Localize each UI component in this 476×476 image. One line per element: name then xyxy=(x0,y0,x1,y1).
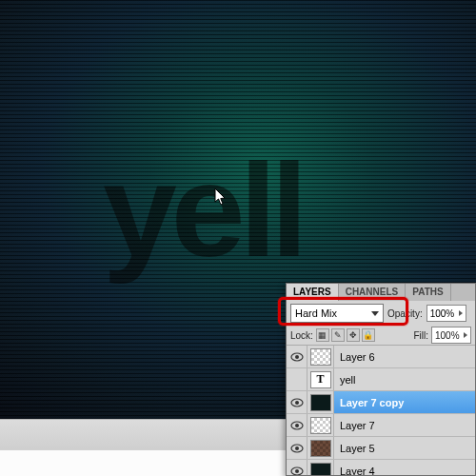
svg-point-1 xyxy=(295,355,299,359)
layer-name[interactable]: yell xyxy=(334,374,475,386)
layer-name[interactable]: Layer 7 xyxy=(334,420,475,431)
layer-row[interactable]: Layer 5 xyxy=(287,437,475,460)
eye-icon xyxy=(290,352,304,362)
layer-row[interactable]: Layer 6 xyxy=(287,346,475,368)
lock-pixels-icon[interactable]: ✎ xyxy=(331,328,345,342)
text-layer-icon: T xyxy=(310,371,331,388)
fill-field[interactable]: 100% xyxy=(431,327,471,344)
layer-thumbnail[interactable] xyxy=(307,346,334,367)
visibility-toggle[interactable] xyxy=(287,346,307,367)
visibility-toggle[interactable] xyxy=(287,368,307,390)
layer-row[interactable]: Layer 4 xyxy=(287,460,475,475)
lock-label: Lock: xyxy=(290,330,313,341)
visibility-toggle[interactable] xyxy=(287,460,307,475)
chevron-right-icon xyxy=(464,332,467,338)
svg-point-3 xyxy=(295,401,299,405)
eye-icon xyxy=(290,421,304,430)
annotation-highlight xyxy=(278,297,408,326)
visibility-toggle[interactable] xyxy=(287,414,307,436)
eye-icon xyxy=(290,444,304,453)
layer-thumbnail[interactable] xyxy=(307,391,334,413)
chevron-right-icon xyxy=(459,310,463,316)
visibility-toggle[interactable] xyxy=(287,437,307,459)
layer-thumbnail[interactable] xyxy=(307,437,334,459)
lock-icon-group: ▦ ✎ ✥ 🔒 xyxy=(316,328,375,342)
layer-thumbnail[interactable] xyxy=(307,414,334,436)
layer-thumbnail[interactable] xyxy=(307,460,334,475)
layer-name[interactable]: Layer 7 copy xyxy=(334,397,475,408)
opacity-value: 100% xyxy=(430,308,455,319)
eye-icon xyxy=(290,466,304,476)
layer-list: Layer 6 T yell Layer 7 copy Layer 7 xyxy=(287,345,475,475)
layer-name[interactable]: Layer 5 xyxy=(334,443,475,454)
opacity-field[interactable]: 100% xyxy=(426,305,466,322)
fill-label: Fill: xyxy=(413,330,428,341)
svg-point-7 xyxy=(295,446,299,450)
visibility-toggle[interactable] xyxy=(287,391,307,413)
layer-row[interactable]: Layer 7 copy xyxy=(287,391,475,414)
eye-icon xyxy=(290,398,304,407)
layer-name[interactable]: Layer 4 xyxy=(334,466,475,476)
layer-thumbnail[interactable]: T xyxy=(307,368,334,390)
svg-point-9 xyxy=(295,469,299,473)
panel-lock-row: Lock: ▦ ✎ ✥ 🔒 Fill: 100% xyxy=(287,326,475,345)
fill-value: 100% xyxy=(435,330,460,341)
layer-row[interactable]: T yell xyxy=(287,368,475,391)
layer-name[interactable]: Layer 6 xyxy=(334,351,475,363)
svg-point-5 xyxy=(295,424,299,427)
tab-paths[interactable]: PATHS xyxy=(406,284,450,301)
lock-position-icon[interactable]: ✥ xyxy=(347,328,360,342)
lock-all-icon[interactable]: 🔒 xyxy=(362,328,375,342)
lock-transparency-icon[interactable]: ▦ xyxy=(316,328,329,342)
layer-row[interactable]: Layer 7 xyxy=(287,414,475,437)
